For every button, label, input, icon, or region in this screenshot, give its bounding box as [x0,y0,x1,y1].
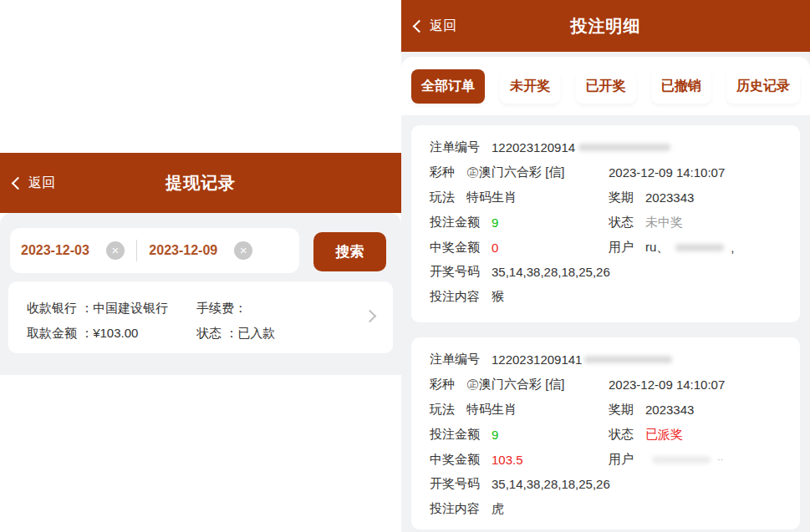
date-divider [136,240,138,261]
back-button[interactable]: 返回 [415,18,456,35]
tab-history[interactable]: 历史记录 [726,69,800,104]
lottery-label: 彩种 [430,377,455,393]
order-tabs: 全部订单 未开奖 已开奖 已撤销 历史记录 [401,57,810,115]
bet-content-label: 投注内容 [430,501,480,517]
period-value: 2023343 [645,403,694,417]
amount-value: ¥103.00 [93,326,138,340]
redacted-order-no [584,356,672,363]
user-label: 用户 [609,452,634,468]
period-value: 2023343 [645,190,694,205]
status-field: 状态 ：已入款 [196,326,275,342]
status-label: 状态 ： [196,326,237,340]
tab-drawn[interactable]: 已开奖 [576,69,636,104]
lottery-row: 彩种㊣澳门六合彩 [信] 2023-12-09 14:10:07 [430,372,783,398]
status-label: 状态 [609,427,634,443]
amount-field: 取款金额 ：¥103.00 [27,326,196,342]
play-value: 特码生肖 [466,402,517,418]
lottery-value: ㊣澳门六合彩 [信] [466,165,565,180]
order-no-label: 注单编号 [430,352,480,367]
redacted-user [652,456,711,464]
order-no-label: 注单编号 [430,139,480,155]
tab-cancelled[interactable]: 已撤销 [651,69,711,104]
bank-value: 中国建设银行 [93,301,168,315]
play-label: 玩法 [430,402,455,418]
period-label: 奖期 [609,190,634,205]
bet-amount-label: 投注金额 [430,215,480,231]
period-label: 奖期 [609,402,634,418]
tab-all-orders[interactable]: 全部订单 [411,69,485,104]
play-row: 玩法特码生肖 奖期2023343 [430,398,783,423]
bet-details-screen: 投注明细 返回 全部订单 未开奖 已开奖 已撤销 历史记录 注单编号 12202… [401,0,810,532]
numbers-row: 开奖号码 35,14,38,28,18,25,26 [430,260,783,285]
tab-not-drawn[interactable]: 未开奖 [500,69,560,104]
play-value: 特码生肖 [466,190,517,205]
win-amount-label: 中奖金额 [430,240,480,256]
screenshot-stage: 提现记录 返回 2023-12-03 × 2023-12-09 × 搜索 收款银… [0,0,810,532]
bet-content-value: 猴 [492,289,504,305]
bet-amount-row: 投注金额9 状态已派奖 [430,422,783,447]
status-value: 已入款 [237,326,275,340]
date-to-field[interactable]: 2023-12-09 [149,243,217,258]
fee-label: 手续费： [196,301,247,317]
win-amount-value: 103.5 [492,453,523,467]
back-button[interactable]: 返回 [13,175,55,192]
status-value: 已派奖 [645,427,683,443]
order-no-value: 1220231209141 [492,352,582,367]
record-row-1: 收款银行 ：中国建设银行 手续费： [27,296,351,321]
numbers-row: 开奖号码 35,14,38,28,18,25,26 [430,472,783,497]
play-row: 玩法特码生肖 奖期2023343 [430,185,783,210]
back-label: 返回 [430,18,456,35]
user-tail: ·· [717,454,723,464]
record-row-2: 取款金额 ：¥103.00 状态 ：已入款 [27,321,351,346]
bank-label: 收款银行 ： [27,301,93,315]
bet-amount-label: 投注金额 [430,427,480,443]
user-tail: , [731,241,734,255]
bet-time: 2023-12-09 14:10:07 [609,377,725,392]
chevron-right-icon[interactable] [364,310,377,323]
bet-amount-value: 9 [492,428,498,442]
date-from-field[interactable]: 2023-12-03 [21,243,89,258]
bet-content-value: 虎 [492,501,504,517]
page-title: 提现记录 [0,172,401,195]
bank-field: 收款银行 ：中国建设银行 [27,301,196,317]
lottery-label: 彩种 [430,165,455,180]
numbers-label: 开奖号码 [430,264,480,280]
play-label: 玩法 [430,190,455,205]
user-label: 用户 [609,240,634,256]
withdraw-header: 提现记录 返回 [0,153,401,213]
clear-date-to-icon[interactable]: × [234,241,252,260]
bet-amount-value: 9 [492,215,498,230]
search-button[interactable]: 搜索 [313,232,386,271]
win-amount-value: 0 [492,241,498,255]
order-card: 注单编号 122023120914 彩种㊣澳门六合彩 [信] 2023-12-0… [411,125,800,322]
bet-time: 2023-12-09 14:10:07 [609,165,725,180]
numbers-label: 开奖号码 [430,476,480,492]
chevron-left-icon [413,19,426,33]
content-row: 投注内容 虎 [430,497,783,522]
redacted-order-no [578,144,670,151]
order-no-row: 注单编号 122023120914 [430,135,783,160]
win-amount-row: 中奖金额103.5 用户·· [430,447,783,472]
bet-header: 投注明细 返回 [401,0,810,52]
page-title: 投注明细 [401,15,810,38]
numbers-value: 35,14,38,28,18,25,26 [492,477,610,491]
redacted-user [675,244,724,251]
bet-content-label: 投注内容 [430,289,480,305]
order-no-row: 注单编号 1220231209141 [430,347,783,372]
win-amount-label: 中奖金额 [430,452,480,468]
lottery-value: ㊣澳门六合彩 [信] [466,377,565,393]
withdraw-record-card[interactable]: 收款银行 ：中国建设银行 手续费： 取款金额 ：¥103.00 状态 ：已入款 [8,281,393,353]
status-value: 未中奖 [645,215,683,231]
amount-label: 取款金额 ： [27,326,93,340]
status-label: 状态 [609,215,634,231]
user-value: ru、 [645,240,669,256]
back-label: 返回 [28,175,55,192]
order-no-value: 122023120914 [492,140,575,155]
lottery-row: 彩种㊣澳门六合彩 [信] 2023-12-09 14:10:07 [430,160,783,185]
numbers-value: 35,14,38,28,18,25,26 [492,265,610,279]
content-row: 投注内容 猴 [430,285,783,310]
withdraw-records-screen: 提现记录 返回 2023-12-03 × 2023-12-09 × 搜索 收款银… [0,0,401,532]
clear-date-from-icon[interactable]: × [106,241,125,260]
date-range-filter: 2023-12-03 × 2023-12-09 × [10,228,299,273]
bet-amount-row: 投注金额9 状态未中奖 [430,210,783,235]
